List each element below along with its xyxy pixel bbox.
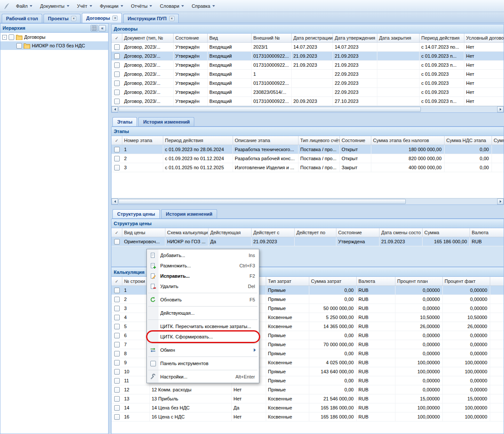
price-tab-0[interactable]: Структура цены (112, 209, 160, 218)
column-header[interactable]: Период действия (163, 136, 233, 145)
tab-close-icon[interactable]: × (71, 16, 76, 21)
menubar-item-1[interactable]: Документы (36, 1, 73, 11)
row-checkbox[interactable] (112, 349, 122, 358)
row-checkbox[interactable] (112, 295, 122, 304)
select-all-header[interactable]: ✓ (112, 136, 122, 145)
row-checkbox[interactable] (112, 52, 122, 60)
column-header[interactable]: Номер этапа (122, 136, 163, 145)
tree-checkbox[interactable] (9, 34, 14, 40)
column-header[interactable]: Процент план (395, 277, 443, 285)
menubar-item-3[interactable]: Функции (96, 1, 127, 11)
scroll-track[interactable] (118, 106, 497, 112)
table-row[interactable]: Договор, 2023/...УтверждёнВходящий122.09… (112, 70, 504, 79)
tab-0[interactable]: Рабочий стол (2, 14, 42, 23)
row-checkbox[interactable] (112, 43, 122, 51)
row-checkbox[interactable] (112, 412, 122, 421)
row-checkbox[interactable] (112, 385, 122, 394)
column-header[interactable]: Дата регистрации (292, 34, 333, 42)
column-header[interactable]: Сумма этапа без налогов (371, 136, 445, 145)
table-row[interactable]: Договор, 2023/...УтверждёнВходящий017310… (112, 61, 504, 70)
column-header[interactable]: Описание этапа (233, 136, 299, 145)
column-header[interactable] (490, 277, 504, 285)
scroll-thumb[interactable] (118, 199, 406, 204)
tab-close-icon[interactable]: × (169, 16, 174, 21)
menu-item-citk-recalc[interactable]: ЦИТК. Пересчитать косвенные затраты... (147, 321, 258, 332)
contracts-hscrollbar[interactable] (112, 106, 504, 112)
stages-tab-1[interactable]: История изменений (138, 117, 194, 126)
column-header[interactable]: Дата закрытия (377, 34, 420, 42)
select-all-header[interactable]: ✓ (112, 34, 122, 42)
menubar-item-4[interactable]: Отчёты (127, 1, 156, 11)
select-all-header[interactable]: ✓ (112, 277, 122, 285)
row-checkbox[interactable] (112, 394, 122, 403)
table-row[interactable]: 3с 01.01.2025 по 01.12.2025Изготовление … (112, 163, 504, 172)
table-row[interactable]: 1212 Комм. расходыНетПрямые0,00RUB0,0000… (112, 385, 504, 394)
tree-item[interactable]: -Договоры (0, 33, 108, 41)
column-header[interactable]: Валюта (470, 228, 504, 237)
tab-2[interactable]: Договоры× (82, 13, 122, 23)
tab-1[interactable]: Проекты× (44, 14, 81, 23)
scroll-right-button[interactable] (497, 198, 504, 205)
column-header[interactable]: Действующая (208, 228, 252, 237)
menu-item-delete[interactable]: УдалитьDel (147, 281, 258, 291)
tab-close-icon[interactable]: × (112, 16, 118, 21)
menu-item-active-price[interactable]: Действующая... (147, 308, 258, 318)
column-header[interactable]: Вид цены (122, 228, 165, 237)
menu-item-duplicate[interactable]: Размножить...Ctrl+F3 (147, 260, 258, 271)
column-header[interactable]: Состояние (174, 34, 208, 42)
column-header[interactable]: Сумма затрат (309, 277, 357, 285)
column-header[interactable]: Действует с (252, 228, 295, 237)
menu-item-add[interactable]: Добавить...Ins (147, 250, 258, 260)
column-header[interactable]: Процент факт (443, 277, 490, 285)
row-checkbox[interactable] (112, 340, 122, 349)
tree-checkbox[interactable] (16, 43, 22, 49)
row-checkbox[interactable] (112, 376, 122, 385)
row-checkbox[interactable] (112, 163, 122, 172)
row-checkbox[interactable] (112, 61, 122, 69)
select-all-header[interactable]: ✓ (112, 228, 122, 237)
menu-item-refresh[interactable]: ОбновитьF5 (147, 294, 258, 305)
column-header[interactable]: Дата утверждения (333, 34, 377, 42)
menu-item-toolbar-panel[interactable]: Панель инструментов (147, 358, 258, 369)
column-header[interactable]: № строки (122, 277, 150, 285)
row-checkbox[interactable] (112, 331, 122, 340)
menu-item-exchange[interactable]: Обмен (147, 345, 258, 355)
menu-item-citk-form[interactable]: ЦИТК. Сформировать... (147, 332, 258, 342)
menu-item-edit[interactable]: Исправить...F2 (147, 271, 258, 281)
table-row[interactable]: Договор, 2023/...УтверждёнВходящий017310… (112, 97, 504, 106)
column-header[interactable]: Условный догово (464, 34, 504, 42)
table-row[interactable]: Договор, 2023/...УтверждёнВходящий017310… (112, 79, 504, 88)
menubar-item-0[interactable]: Файл (12, 1, 36, 11)
table-row[interactable]: Договор, 2023/...УтверждёнВходящий017310… (112, 52, 504, 61)
column-header[interactable]: Состояние (336, 228, 380, 237)
scroll-left-button[interactable] (112, 198, 118, 205)
column-header[interactable]: Состояние (340, 136, 371, 145)
scroll-right-button[interactable] (497, 106, 504, 112)
table-row[interactable]: Ориентировоч...НИОКР по ГОЗ ...Да21.09.2… (112, 237, 504, 246)
tab-3[interactable]: Инструкции ПУП× (123, 14, 178, 23)
scroll-thumb[interactable] (118, 107, 421, 112)
column-header[interactable]: Сумма (423, 228, 470, 237)
collapse-panel-button[interactable]: « (99, 25, 106, 31)
table-row[interactable]: Договор, 2023/...УтверждёнВходящий230823… (112, 88, 504, 97)
column-header[interactable]: Период действия (420, 34, 464, 42)
stages-hscrollbar[interactable] (112, 198, 504, 205)
menubar-item-6[interactable]: Справка (188, 1, 219, 11)
row-checkbox[interactable] (112, 313, 122, 322)
column-header[interactable]: Сумма НДС этапа (445, 136, 492, 145)
row-checkbox[interactable] (112, 286, 122, 294)
row-checkbox[interactable] (112, 403, 122, 412)
price-tab-1[interactable]: История изменений (161, 209, 217, 218)
column-header[interactable]: Тип лицевого счёт (299, 136, 340, 145)
table-row[interactable]: 1313 ПрибыльНетКосвенные21 546 000,00RUB… (112, 394, 504, 403)
column-header[interactable]: Действует по (295, 228, 336, 237)
stages-tab-0[interactable]: Этапы (112, 117, 137, 126)
column-header[interactable]: Валюта (357, 277, 395, 285)
menubar-item-2[interactable]: Учёт (73, 1, 96, 11)
column-header[interactable]: Дата смены состо (380, 228, 423, 237)
column-header[interactable]: Тип затрат (266, 277, 309, 285)
scroll-track[interactable] (118, 198, 497, 205)
column-header[interactable]: Внешний № (252, 34, 292, 42)
row-checkbox[interactable] (112, 145, 122, 154)
column-header[interactable]: Вид (208, 34, 252, 42)
